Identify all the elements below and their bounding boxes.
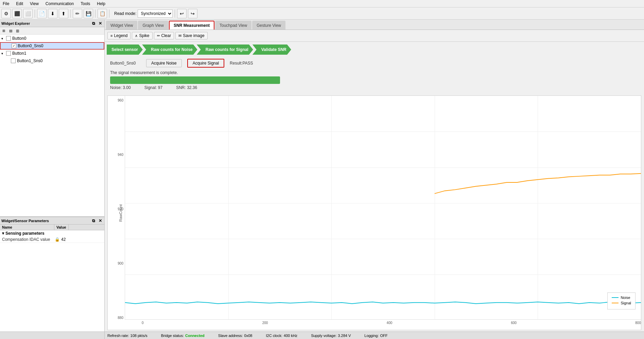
tree-item-button0-sns0[interactable]: ✓ Button0_Sns0 xyxy=(0,42,104,50)
measurement-row-buttons: Button0_Sns0 Acquire Noise Acquire Signa… xyxy=(110,59,639,68)
tree-item-button1[interactable]: ▾ Button1 xyxy=(0,50,104,57)
checkbox-button0-sns0[interactable]: ✓ xyxy=(12,43,16,48)
params-restore-icon[interactable]: ⧉ xyxy=(91,218,96,224)
refresh-rate-label: Refresh rate: xyxy=(107,334,129,338)
refresh-rate-value: 108 pkts/s xyxy=(130,334,147,338)
legend-item-noise: Noise xyxy=(612,296,631,300)
slave-address-label: Slave address: xyxy=(218,334,243,338)
y-tick-900: 900 xyxy=(118,262,123,265)
chart-plot xyxy=(125,96,641,320)
x-tick-200: 200 xyxy=(262,321,268,330)
pause-button[interactable]: ⬜ xyxy=(23,9,33,18)
tree-item-button0[interactable]: ▾ Button0 xyxy=(0,35,104,42)
tab-gesture-view[interactable]: Gesture View xyxy=(252,21,285,30)
menu-edit[interactable]: Edit xyxy=(15,1,24,6)
save-image-button[interactable]: ✉ Save image xyxy=(175,32,207,39)
stop-button[interactable]: ⬛ xyxy=(12,9,22,18)
signal-stat: Signal: 97 xyxy=(144,85,162,90)
left-panel: Widget Explorer ⧉ ✕ ⊞ ▤ ▥ ▾ Button0 ✓ xyxy=(0,20,105,339)
sensor-label: Button0_Sns0 xyxy=(110,61,141,66)
params-group-sensing: ▾ Sensing parameters xyxy=(0,230,104,236)
toolbar: ⚙ ⬛ ⬜ 📄 ⬇ ⬆ ✏ 💾 📋 Read mode: Synchronize… xyxy=(0,7,644,20)
save-image-label: Save image xyxy=(183,33,204,38)
document-button[interactable]: 📋 xyxy=(98,9,107,18)
status-bar: Refresh rate: 108 pkts/s Bridge status: … xyxy=(105,332,644,339)
menu-view[interactable]: View xyxy=(29,1,40,6)
i2c-clock-label: I2C clock: xyxy=(266,334,282,338)
expand-arrow-sensing[interactable]: ▾ xyxy=(2,231,4,236)
x-tick-800: 800 xyxy=(635,321,641,330)
clear-button[interactable]: ✏ Clear xyxy=(154,32,174,39)
acquire-noise-button[interactable]: Acquire Noise xyxy=(146,59,182,67)
tab-bar: Widget View Graph View SNR Measurement T… xyxy=(105,20,644,30)
tab-snr-measurement[interactable]: SNR Measurement xyxy=(169,21,214,30)
step-raw-noise: Raw counts for Noise xyxy=(142,44,197,55)
tree-item-button1-sns0[interactable]: Button1_Sns0 xyxy=(0,57,104,65)
expand-arrow-button0[interactable]: ▾ xyxy=(1,37,6,40)
step-bar: Select sensor Raw counts for Noise Raw c… xyxy=(107,44,641,55)
content-area: ≡ Legend ∧ Spike ✏ Clear ✉ Save image xyxy=(105,30,644,332)
upload-button[interactable]: ⬆ xyxy=(59,9,68,18)
menubar: File Edit View Communication Tools Help xyxy=(0,0,644,7)
save-image-icon: ✉ xyxy=(178,34,181,38)
signal-line xyxy=(435,174,641,194)
y-tick-940: 940 xyxy=(118,153,123,157)
tab-touchpad-view[interactable]: Touchpad View xyxy=(215,21,251,30)
download-button[interactable]: ⬇ xyxy=(48,9,57,18)
step-select-sensor: Select sensor xyxy=(107,44,143,55)
read-mode-select[interactable]: Synchronized xyxy=(138,10,173,18)
settings-button[interactable]: ⚙ xyxy=(1,9,11,18)
explorer-toolbar: ⊞ ▤ ▥ xyxy=(0,27,104,35)
explorer-btn-2[interactable]: ▤ xyxy=(7,28,14,34)
edit-button[interactable]: ✏ xyxy=(73,9,82,18)
tab-graph-view[interactable]: Graph View xyxy=(138,21,168,30)
tree-label-button0: Button0 xyxy=(12,36,26,41)
spike-icon: ∧ xyxy=(135,34,138,38)
status-logging: Logging: OFF xyxy=(364,334,387,338)
menu-tools[interactable]: Tools xyxy=(79,1,91,6)
checkbox-button0[interactable] xyxy=(6,36,11,41)
save-button[interactable]: 💾 xyxy=(84,9,93,18)
explorer-btn-3[interactable]: ▥ xyxy=(14,28,20,34)
open-button[interactable]: 📄 xyxy=(37,9,47,18)
menu-help[interactable]: Help xyxy=(95,1,107,6)
clear-icon: ✏ xyxy=(157,34,160,38)
toolbar-separator-3 xyxy=(95,10,95,18)
legend-label-noise: Noise xyxy=(621,296,630,300)
spike-button[interactable]: ∧ Spike xyxy=(132,32,152,39)
close-icon[interactable]: ✕ xyxy=(98,21,103,26)
read-mode-label: Read mode: xyxy=(114,11,136,16)
undo-button[interactable]: ↩ xyxy=(177,9,187,18)
logging-value: OFF xyxy=(380,334,387,338)
legend-button[interactable]: ≡ Legend xyxy=(107,32,130,39)
params-col-value: Value xyxy=(54,225,69,230)
tab-widget-view[interactable]: Widget View xyxy=(106,21,137,30)
params-col-name: Name xyxy=(0,225,54,230)
x-tick-400: 400 xyxy=(387,321,393,330)
restore-icon[interactable]: ⧉ xyxy=(91,21,96,26)
result-text: Result:PASS xyxy=(230,61,253,66)
status-refresh-rate: Refresh rate: 108 pkts/s xyxy=(107,334,147,338)
menu-communication[interactable]: Communication xyxy=(44,1,75,6)
supply-voltage-value: 3.284 V xyxy=(338,334,351,338)
acquire-signal-button[interactable]: Acquire Signal xyxy=(187,59,224,68)
status-voltage: Supply voltage: 3.284 V xyxy=(311,334,351,338)
params-group-label: Sensing parameters xyxy=(5,231,45,236)
checkbox-button1-sns0[interactable] xyxy=(11,58,16,63)
panel-header-icons: ⧉ ✕ xyxy=(91,21,103,26)
menu-file[interactable]: File xyxy=(1,1,11,6)
checkbox-button1[interactable] xyxy=(6,51,11,56)
x-axis: 0 200 400 600 800 xyxy=(125,320,641,330)
spike-label: Spike xyxy=(139,33,149,38)
legend-item-signal: Signal xyxy=(612,301,631,305)
status-slave: Slave address: 0x08 xyxy=(218,334,253,338)
redo-button[interactable]: ↪ xyxy=(188,9,197,18)
legend-label: Legend xyxy=(114,33,127,38)
explorer-btn-1[interactable]: ⊞ xyxy=(1,28,7,34)
stats-row: Noise: 3.00 Signal: 97 SNR: 32.36 xyxy=(110,85,639,90)
params-close-icon[interactable]: ✕ xyxy=(98,218,103,224)
complete-message: The signal measurement is complete. xyxy=(110,70,639,75)
expand-arrow-button1[interactable]: ▾ xyxy=(1,52,6,55)
params-row-value-idac: 🔒 42 xyxy=(55,237,66,242)
chart-legend: Noise Signal xyxy=(607,292,636,309)
